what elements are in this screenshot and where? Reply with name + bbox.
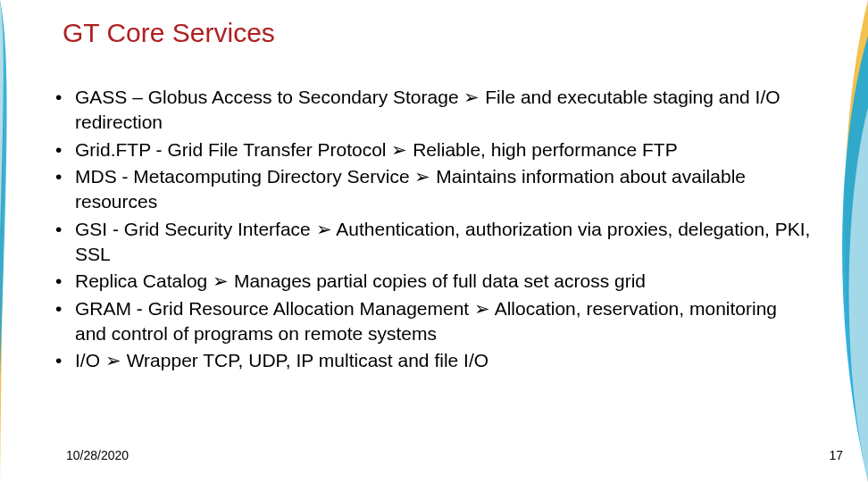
list-item: GRAM - Grid Resource Allocation Manageme… (45, 296, 813, 347)
list-item: I/O ➢ Wrapper TCP, UDP, IP multicast and… (45, 348, 813, 373)
list-item: MDS - Metacomputing Directory Service ➢ … (45, 164, 813, 215)
list-item: Replica Catalog ➢ Manages partial copies… (45, 269, 813, 294)
decorative-swoosh-left (0, 0, 36, 482)
footer-date: 10/28/2020 (66, 448, 129, 462)
slide-body: GASS – Globus Access to Secondary Storag… (45, 85, 813, 376)
footer-page-number: 17 (829, 448, 843, 462)
list-item: GASS – Globus Access to Secondary Storag… (45, 85, 813, 136)
list-item: GSI - Grid Security Interface ➢ Authenti… (45, 217, 813, 268)
list-item: Grid.FTP - Grid File Transfer Protocol ➢… (45, 137, 813, 162)
slide: GT Core Services GASS – Globus Access to… (0, 0, 868, 482)
slide-title: GT Core Services (63, 18, 275, 48)
bullet-list: GASS – Globus Access to Secondary Storag… (45, 85, 813, 374)
